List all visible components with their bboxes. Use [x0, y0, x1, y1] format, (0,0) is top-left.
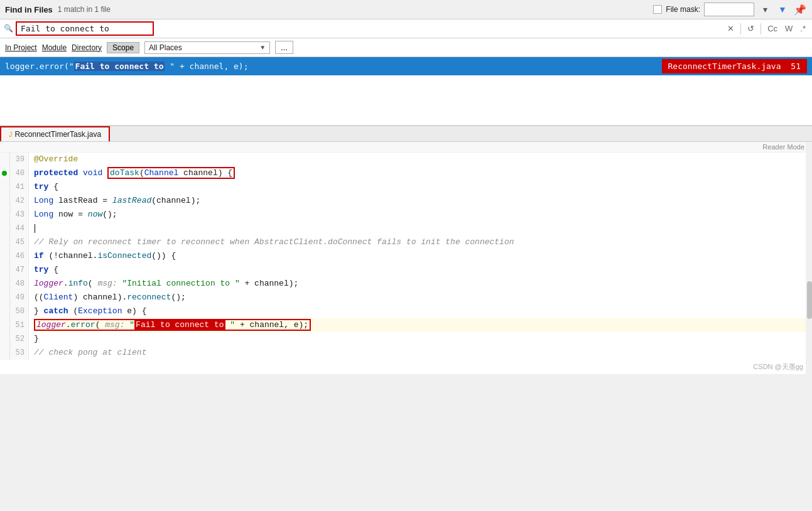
linenum-42: 42	[10, 194, 24, 208]
scope-bar: In Project Module Directory Scope All Pl…	[0, 38, 812, 57]
result-filename: ReconnectTimerTask.java	[668, 62, 781, 71]
result-highlight: Fail to connect to	[74, 62, 165, 71]
filter-icon-btn[interactable]: ▼	[776, 3, 789, 16]
linenum-45: 45	[10, 235, 24, 249]
indicator-45	[0, 235, 9, 249]
result-filename-badge: ReconnectTimerTask.java 51	[662, 59, 808, 73]
code-line-44	[34, 222, 807, 235]
indicator-50	[0, 304, 9, 318]
code-editor: Reader Mode	[0, 142, 812, 374]
code-line-51: logger.error( msg: "Fail to connect to "…	[34, 318, 807, 332]
search-action-icons: ✕ ↺ Cc W .*	[725, 23, 808, 35]
in-project-link[interactable]: In Project	[5, 43, 37, 52]
linenum-40: 40	[10, 166, 24, 180]
indicator-49	[0, 291, 9, 304]
linenum-48: 48	[10, 277, 24, 291]
code-line-48: logger.info( msg: "Initial connection to…	[34, 277, 807, 291]
search-icon: 🔍	[4, 24, 13, 33]
indicator-40	[0, 166, 9, 180]
code-line-43: Long now = now();	[34, 208, 807, 222]
linenum-43: 43	[10, 208, 24, 222]
word-btn[interactable]: W	[782, 23, 795, 35]
code-line-42: Long lastRead = lastRead(channel);	[34, 194, 807, 208]
linenum-53: 53	[10, 346, 24, 360]
indicator-52	[0, 332, 9, 346]
dropdown-arrow-btn[interactable]: ▾	[758, 3, 772, 16]
divider2	[761, 23, 761, 35]
divider1	[740, 23, 741, 35]
linenum-49: 49	[10, 291, 24, 304]
result-line-highlight-box: logger.error( msg: "Fail to connect to "…	[34, 319, 311, 331]
code-line-39: @Override	[34, 153, 807, 166]
code-line-40: protected void doTask(Channel channel) {	[34, 166, 807, 180]
editor-tab-reconnect[interactable]: J ReconnectTimerTask.java	[0, 126, 110, 141]
result-line-number: 51	[791, 62, 801, 71]
toolbar: Find in Files 1 match in 1 file File mas…	[0, 0, 812, 19]
scope-dropdown[interactable]: All Places ▼	[144, 41, 270, 54]
search-bar: 🔍 ✕ ↺ Cc W .*	[0, 19, 812, 38]
file-mask-input[interactable]	[704, 3, 754, 16]
pin-icon-btn[interactable]: 📌	[793, 3, 807, 16]
code-content[interactable]: @Override protected void doTask(Channel …	[29, 153, 812, 360]
indicator-51	[0, 318, 9, 332]
linenum-47: 47	[10, 263, 24, 277]
toolbar-icons: File mask: ▾ ▼ 📌	[653, 3, 807, 16]
linenum-52: 52	[10, 332, 24, 346]
scope-ellipsis-btn[interactable]: ...	[275, 41, 293, 54]
indicator-53	[0, 346, 9, 360]
string-highlight-fail: Fail to connect to	[134, 320, 225, 330]
scope-btn[interactable]: Scope	[107, 42, 139, 53]
cursor-caret	[35, 224, 35, 233]
indicator-48	[0, 277, 9, 291]
module-link[interactable]: Module	[42, 43, 67, 52]
scrollbar-thumb[interactable]	[807, 281, 812, 319]
vertical-scrollbar[interactable]	[806, 142, 812, 374]
code-line-52: }	[34, 332, 807, 346]
scope-dropdown-arrow-icon: ▼	[259, 44, 266, 51]
results-empty-area	[0, 75, 812, 126]
line-numbers: 39 40 41 42 43 44 45 46 47 48 49 50 51 5…	[10, 153, 29, 360]
linenum-41: 41	[10, 180, 24, 194]
directory-link[interactable]: Directory	[72, 43, 102, 52]
indicator-47	[0, 263, 9, 277]
indicator-39	[0, 153, 9, 166]
result-code-prefix: logger.error("	[5, 62, 74, 71]
linenum-44: 44	[10, 222, 24, 235]
code-line-47: try {	[34, 263, 807, 277]
regex-btn[interactable]: .*	[798, 23, 808, 35]
scope-dropdown-value: All Places	[149, 43, 257, 52]
annotation-text: @Override	[34, 154, 78, 164]
editor-container: J ReconnectTimerTask.java Reader Mode	[0, 126, 812, 374]
breakpoint-dot	[2, 171, 7, 176]
refresh-btn[interactable]: ↺	[745, 23, 757, 35]
linenum-46: 46	[10, 249, 24, 263]
result-code-suffix: " + channel, e);	[165, 62, 248, 71]
indicator-46	[0, 249, 9, 263]
case-btn[interactable]: Cc	[765, 23, 780, 35]
indicator-44	[0, 222, 9, 235]
reader-mode-btn[interactable]: Reader Mode	[0, 142, 812, 153]
clear-search-btn[interactable]: ✕	[725, 23, 737, 35]
java-file-icon: J	[9, 131, 13, 138]
indicator-43	[0, 208, 9, 222]
result-code-line: logger.error("Fail to connect to " + cha…	[5, 62, 662, 71]
results-row[interactable]: logger.error("Fail to connect to " + cha…	[0, 57, 812, 75]
code-line-49: ((Client) channel).reconnect();	[34, 291, 807, 304]
code-line-45: // Rely on reconnect timer to reconnect …	[34, 235, 807, 249]
watermark: CSDN @天墨gg	[0, 360, 812, 374]
find-in-files-title: Find in Files	[5, 5, 53, 14]
linenum-51: 51	[10, 318, 24, 332]
code-line-50: } catch (Exception e) {	[34, 304, 807, 318]
indicator-42	[0, 194, 9, 208]
code-line-46: if (!channel.isConnected()) {	[34, 249, 807, 263]
method-highlight-box: doTask(Channel channel) {	[107, 167, 235, 179]
indicator-41	[0, 180, 9, 194]
code-line-41: try {	[34, 180, 807, 194]
file-mask-label: File mask:	[666, 5, 700, 14]
code-line-53: // check pong at client	[34, 346, 807, 360]
search-input[interactable]	[16, 21, 154, 36]
linenum-39: 39	[10, 153, 24, 166]
editor-tab-label: ReconnectTimerTask.java	[15, 130, 102, 139]
file-mask-checkbox[interactable]	[653, 5, 662, 14]
linenum-50: 50	[10, 304, 24, 318]
